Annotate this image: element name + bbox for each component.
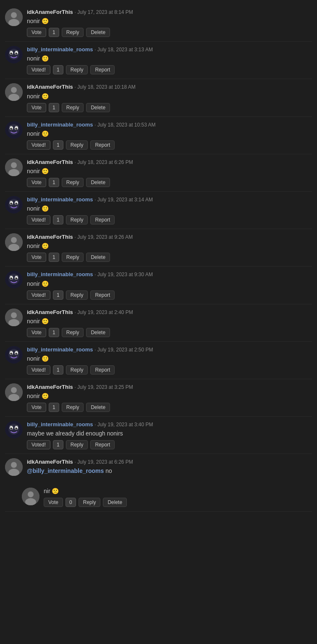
nested-vote-button[interactable]: Vote xyxy=(44,498,63,507)
nested-comment: nir 🙁 Vote0ReplyDelete xyxy=(0,482,317,511)
comment-meta: billy_interminable_rooms · July 18, 2023… xyxy=(27,46,312,53)
vote-button[interactable]: Voted! xyxy=(27,215,50,224)
action-buttons: Vote1ReplyDelete xyxy=(27,103,312,112)
action-buttons: Vote1ReplyDelete xyxy=(27,178,312,187)
svg-point-34 xyxy=(11,237,17,243)
comment-divider xyxy=(5,511,312,512)
comment-meta: billy_interminable_rooms · July 19, 2023… xyxy=(27,346,312,354)
username[interactable]: idkAnameForThis xyxy=(27,384,73,390)
comment-text: nonir 🙂 xyxy=(27,130,312,137)
svg-point-67 xyxy=(11,462,17,468)
svg-point-56 xyxy=(11,387,17,393)
user-avatar xyxy=(5,8,23,26)
delete-button[interactable]: Delete xyxy=(86,328,110,337)
action-buttons: Voted!1ReplyReport xyxy=(27,290,312,300)
comment: billy_interminable_rooms · July 19, 2023… xyxy=(0,417,317,454)
svg-point-31 xyxy=(11,203,12,203)
username[interactable]: billy_interminable_rooms xyxy=(27,346,93,353)
username[interactable]: idkAnameForThis xyxy=(27,234,73,240)
reply-button[interactable]: Reply xyxy=(62,403,84,412)
vote-button[interactable]: Vote xyxy=(27,28,46,37)
comment-body: billy_interminable_rooms · July 18, 2023… xyxy=(27,121,312,150)
action-buttons: Vote1ReplyDelete xyxy=(27,28,312,37)
user-avatar xyxy=(5,121,23,139)
reply-button[interactable]: Reply xyxy=(66,65,88,74)
delete-button[interactable]: Delete xyxy=(86,403,110,412)
vote-count: 1 xyxy=(53,365,63,375)
username[interactable]: idkAnameForThis xyxy=(27,84,73,90)
username[interactable]: billy_interminable_rooms xyxy=(27,121,93,128)
report-button[interactable]: Report xyxy=(90,365,115,375)
username[interactable]: idkAnameForThis xyxy=(27,9,73,15)
nested-comment-body: nir 🙁 Vote0ReplyDelete xyxy=(44,488,312,507)
delete-button[interactable]: Delete xyxy=(86,28,110,37)
username[interactable]: idkAnameForThis xyxy=(27,459,73,465)
vote-button[interactable]: Voted! xyxy=(27,140,50,150)
comment-text: nonir 🙂 xyxy=(27,280,312,287)
username[interactable]: billy_interminable_rooms xyxy=(27,196,93,203)
svg-point-23 xyxy=(11,162,17,168)
username[interactable]: billy_interminable_rooms xyxy=(27,46,93,53)
vote-button[interactable]: Vote xyxy=(27,178,46,187)
comment-meta: idkAnameForThis · July 18, 2023 at 10:18… xyxy=(27,83,312,91)
comment: billy_interminable_rooms · July 19, 2023… xyxy=(0,192,317,229)
reply-button[interactable]: Reply xyxy=(62,328,84,337)
delete-button[interactable]: Delete xyxy=(86,253,110,262)
user-avatar xyxy=(5,458,23,476)
vote-button[interactable]: Vote xyxy=(27,328,46,337)
svg-point-21 xyxy=(16,128,17,129)
report-button[interactable]: Report xyxy=(90,65,115,74)
vote-button[interactable]: Vote xyxy=(27,403,46,412)
user-avatar xyxy=(5,233,23,251)
nested-reply-button[interactable]: Reply xyxy=(79,498,101,507)
action-buttons: Vote1ReplyDelete xyxy=(27,253,312,262)
comment-text: nonir 🙂 xyxy=(27,355,312,362)
vote-button[interactable]: Vote xyxy=(27,103,46,112)
comment-text: @billy_interminable_rooms no xyxy=(27,467,312,474)
comment: idkAnameForThis · July 19, 2023 at 6:26 … xyxy=(0,454,317,482)
svg-point-42 xyxy=(11,277,12,278)
username[interactable]: idkAnameForThis xyxy=(27,309,73,315)
svg-point-30 xyxy=(16,202,18,204)
delete-button[interactable]: Delete xyxy=(86,178,110,187)
reply-button[interactable]: Reply xyxy=(66,290,88,300)
svg-point-20 xyxy=(11,128,12,129)
svg-point-32 xyxy=(16,203,17,203)
reply-button[interactable]: Reply xyxy=(62,28,84,37)
report-button[interactable]: Report xyxy=(90,290,115,300)
reply-button[interactable]: Reply xyxy=(62,178,84,187)
vote-button[interactable]: Voted! xyxy=(27,290,50,300)
vote-button[interactable]: Voted! xyxy=(27,440,50,449)
comment-text: maybe we already did enough nonirs xyxy=(27,430,312,437)
reply-button[interactable]: Reply xyxy=(66,215,88,224)
user-avatar xyxy=(5,196,23,214)
delete-button[interactable]: Delete xyxy=(86,103,110,112)
comment-text: nonir 🙂 xyxy=(27,18,312,24)
action-buttons: Vote1ReplyDelete xyxy=(27,328,312,337)
nested-vote-count: 0 xyxy=(65,498,76,507)
comment-meta: idkAnameForThis · July 19, 2023 at 9:26 … xyxy=(27,233,312,241)
username[interactable]: billy_interminable_rooms xyxy=(27,271,93,277)
username[interactable]: idkAnameForThis xyxy=(27,159,73,165)
vote-button[interactable]: Voted! xyxy=(27,365,50,375)
comment-body: idkAnameForThis · July 19, 2023 at 6:26 … xyxy=(27,458,312,478)
report-button[interactable]: Report xyxy=(90,140,115,150)
reply-button[interactable]: Reply xyxy=(66,440,88,449)
report-button[interactable]: Report xyxy=(90,215,115,224)
action-buttons: Voted!1ReplyReport xyxy=(27,365,312,375)
nested-comment-text: nir 🙁 xyxy=(44,488,312,494)
reply-button[interactable]: Reply xyxy=(66,365,88,375)
vote-button[interactable]: Voted! xyxy=(27,65,50,74)
report-button[interactable]: Report xyxy=(90,440,115,449)
reply-button[interactable]: Reply xyxy=(62,103,84,112)
nested-delete-button[interactable]: Delete xyxy=(103,498,127,507)
username[interactable]: billy_interminable_rooms xyxy=(27,421,93,428)
timestamp: · July 18, 2023 at 6:26 PM xyxy=(74,159,133,165)
reply-button[interactable]: Reply xyxy=(62,253,84,262)
vote-button[interactable]: Vote xyxy=(27,253,46,262)
user-avatar xyxy=(5,346,23,364)
reply-button[interactable]: Reply xyxy=(66,140,88,150)
comment-text: nonir 🙂 xyxy=(27,205,312,212)
vote-count: 1 xyxy=(49,178,59,187)
nested-action-buttons: Vote0ReplyDelete xyxy=(44,498,312,507)
